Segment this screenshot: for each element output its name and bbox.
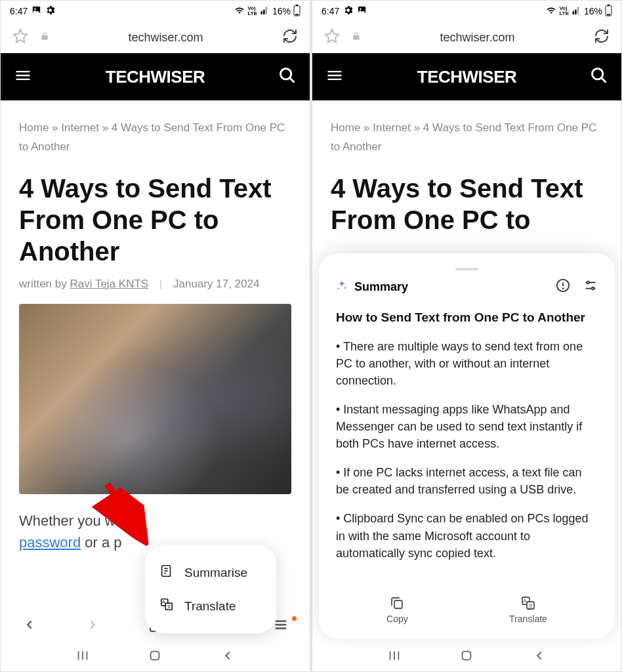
summary-point: • If one PC lacks internet access, a tex… — [336, 464, 598, 498]
svg-rect-22 — [607, 14, 610, 15]
sparkle-icon — [336, 280, 348, 295]
bookmark-star-icon[interactable] — [12, 28, 28, 47]
summary-point: • There are multiple ways to send text f… — [336, 338, 598, 389]
reload-icon[interactable] — [282, 28, 298, 47]
svg-rect-4 — [296, 5, 299, 6]
svg-rect-32 — [394, 600, 402, 608]
bookmark-star-icon[interactable] — [324, 28, 340, 47]
browser-address-bar: techwiser.com — [1, 22, 310, 53]
wifi-icon — [546, 6, 556, 17]
right-screenshot: 6:47 Vo)LTE 16% techwiser.com TECHWISER — [312, 0, 622, 672]
wifi-icon — [234, 6, 245, 17]
brand-logo[interactable]: TECHWISER — [106, 67, 205, 87]
search-icon[interactable] — [590, 66, 608, 87]
back-system-button[interactable] — [532, 648, 547, 665]
svg-point-24 — [592, 69, 603, 79]
lock-icon — [352, 31, 361, 44]
hamburger-icon[interactable] — [14, 66, 32, 87]
system-nav-bar — [1, 642, 310, 671]
breadcrumb-home[interactable]: Home — [19, 121, 49, 134]
battery-label: 16% — [272, 6, 291, 16]
gallery-icon — [357, 5, 367, 17]
reload-icon[interactable] — [594, 28, 610, 47]
gear-icon — [45, 5, 55, 17]
summarise-option[interactable]: Summarise — [157, 556, 264, 589]
svg-point-1 — [35, 8, 37, 10]
volte-label: Vo)LTE — [559, 6, 569, 16]
hamburger-icon[interactable] — [325, 66, 344, 87]
translate-option[interactable]: A文 Translate — [157, 589, 264, 623]
browser-address-bar: techwiser.com — [312, 22, 621, 53]
gallery-icon — [31, 5, 41, 17]
settings-slider-icon[interactable] — [583, 278, 598, 295]
svg-text:文: 文 — [528, 603, 533, 609]
status-bar: 6:47 Vo)LTE 16% — [1, 1, 310, 22]
article-byline: written by Ravi Teja KNTS | January 17, … — [19, 278, 291, 291]
summary-point: • Clipboard Sync can be enabled on PCs l… — [336, 510, 598, 561]
svg-text:A: A — [523, 598, 527, 604]
status-bar: 6:47 Vo)LTE 16% — [312, 1, 621, 22]
article-hero-image — [19, 304, 291, 494]
svg-point-20 — [360, 8, 362, 10]
gear-icon — [343, 5, 353, 17]
left-screenshot: 6:47 Vo)LTE 16% — [0, 0, 310, 672]
info-icon[interactable] — [556, 278, 570, 295]
article-title: 4 Ways to Send Text From One PC to Anoth… — [19, 173, 291, 267]
summarise-icon — [159, 564, 174, 581]
article-link-password[interactable]: password — [19, 534, 81, 551]
author-link[interactable]: Ravi Teja KNTS — [70, 278, 148, 290]
summary-point: • Instant messaging apps like WhatsApp a… — [336, 401, 598, 452]
volte-label: Vo)LTE — [247, 6, 257, 16]
lock-icon — [40, 31, 49, 44]
signal-icon — [571, 6, 581, 17]
back-system-button[interactable] — [220, 648, 235, 665]
breadcrumb-internet[interactable]: Internet — [61, 121, 99, 134]
system-nav-bar — [312, 642, 621, 671]
svg-point-31 — [592, 287, 594, 290]
article-date: January 17, 2024 — [173, 278, 259, 290]
summary-body: • There are multiple ways to send text f… — [336, 338, 598, 586]
copy-button[interactable]: Copy — [386, 595, 408, 624]
breadcrumb: Home » Internet » 4 Ways to Send Text Fr… — [331, 119, 603, 157]
home-system-button[interactable] — [459, 648, 474, 665]
sheet-handle[interactable] — [455, 268, 479, 270]
svg-point-27 — [563, 288, 564, 289]
url-text[interactable]: techwiser.com — [440, 31, 514, 45]
svg-rect-40 — [463, 652, 471, 660]
status-time: 6:47 — [10, 6, 28, 16]
translate-icon: A文 — [159, 597, 174, 615]
svg-text:A: A — [162, 599, 165, 605]
context-popup: Summarise A文 Translate — [145, 545, 276, 633]
breadcrumb: Home » Internet » 4 Ways to Send Text Fr… — [19, 119, 291, 157]
svg-rect-18 — [151, 652, 159, 660]
svg-text:文: 文 — [167, 604, 171, 610]
summary-label: Summary — [354, 280, 408, 294]
battery-icon — [293, 5, 301, 18]
status-time: 6:47 — [321, 6, 339, 16]
recents-button[interactable] — [387, 648, 402, 665]
search-icon[interactable] — [278, 66, 297, 87]
forward-button[interactable] — [79, 618, 106, 632]
summary-title: How to Send Text from One PC to Another — [336, 310, 598, 326]
translate-button[interactable]: A文 Translate — [509, 595, 547, 624]
url-text[interactable]: techwiser.com — [128, 31, 203, 45]
svg-point-5 — [281, 69, 291, 79]
summary-bottom-sheet: Summary How to Send Text from One PC to … — [319, 253, 615, 639]
back-button[interactable] — [16, 618, 43, 632]
battery-icon — [605, 5, 612, 18]
svg-point-29 — [587, 282, 590, 284]
svg-rect-23 — [608, 5, 610, 6]
signal-icon — [260, 6, 270, 17]
app-header: TECHWISER — [312, 53, 621, 100]
recents-button[interactable] — [75, 648, 90, 665]
home-system-button[interactable] — [148, 648, 162, 665]
brand-logo[interactable]: TECHWISER — [417, 67, 517, 87]
app-header: TECHWISER — [1, 53, 310, 100]
article-title: 4 Ways to Send Text From One PC to — [331, 173, 603, 236]
svg-rect-3 — [295, 14, 299, 15]
battery-label: 16% — [584, 6, 602, 16]
